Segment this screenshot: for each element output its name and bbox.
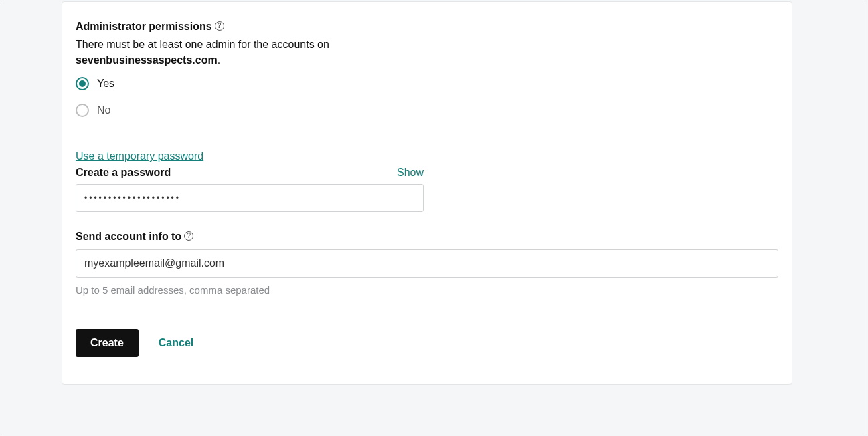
- password-label: Create a password: [76, 167, 390, 179]
- radio-no[interactable]: No: [76, 104, 778, 117]
- admin-desc-prefix: There must be at least one admin for the…: [76, 39, 329, 50]
- radio-no-dot: [79, 107, 86, 114]
- send-info-helper: Up to 5 email addresses, comma separated: [76, 284, 778, 296]
- admin-desc-domain: sevenbusinessaspects.com: [76, 54, 218, 66]
- show-password-link[interactable]: Show: [397, 167, 424, 179]
- radio-no-label: No: [97, 104, 110, 116]
- radio-no-control: [76, 104, 89, 117]
- send-info-label: Send account info to: [76, 231, 181, 243]
- admin-permissions-description: There must be at least one admin for the…: [76, 37, 778, 68]
- help-icon[interactable]: ?: [215, 21, 224, 31]
- send-info-label-row: Send account info to ?: [76, 231, 193, 243]
- create-button[interactable]: Create: [76, 329, 139, 357]
- password-label-wrap: Create a password: [76, 167, 390, 179]
- page-background: Administrator permissions ? There must b…: [1, 1, 867, 435]
- radio-yes-label: Yes: [97, 78, 114, 90]
- button-row: Create Cancel: [76, 329, 778, 357]
- admin-permissions-title-text: Administrator permissions: [76, 21, 212, 33]
- password-section: Create a password Show: [76, 167, 778, 212]
- radio-yes-control: [76, 77, 89, 90]
- send-info-section: Send account info to ? Up to 5 email add…: [76, 231, 778, 296]
- send-info-input[interactable]: [76, 249, 778, 278]
- radio-yes[interactable]: Yes: [76, 77, 778, 90]
- admin-permissions-section: Administrator permissions ? There must b…: [76, 21, 778, 117]
- password-input[interactable]: [76, 184, 424, 212]
- admin-desc-suffix: .: [218, 54, 220, 66]
- admin-permissions-title: Administrator permissions ?: [76, 21, 224, 33]
- help-icon[interactable]: ?: [184, 231, 193, 241]
- password-label-row: Create a password Show: [76, 167, 424, 179]
- form-card: Administrator permissions ? There must b…: [62, 1, 792, 385]
- admin-radio-group: Yes No: [76, 77, 778, 117]
- radio-yes-dot: [79, 80, 86, 87]
- use-temporary-password-link[interactable]: Use a temporary password: [76, 150, 203, 162]
- cancel-button[interactable]: Cancel: [159, 337, 193, 349]
